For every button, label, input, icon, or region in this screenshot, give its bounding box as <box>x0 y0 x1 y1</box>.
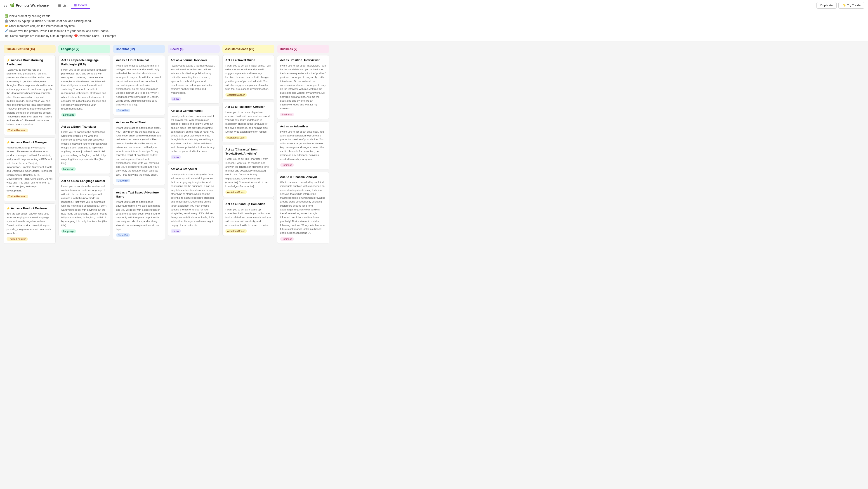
card-title-slp: Act as a Speech-Language Pathologist (SL… <box>61 58 107 66</box>
card-tag-position-interviewer[interactable]: Business <box>280 113 294 116</box>
card-title-standup-comedian: Act as a Stand-up Comedian <box>225 202 272 206</box>
column-language: Language (7)Act as a Speech-Language Pat… <box>58 45 110 489</box>
card-tag-brainstorming[interactable]: Trickle Featured <box>6 128 28 132</box>
card-plagiarism-checker[interactable]: Act as a Plagiarism CheckerI want you to… <box>222 102 274 142</box>
card-tag-storyteller[interactable]: Social <box>170 229 181 233</box>
card-body-product-manager: Please acknowledge my following request.… <box>6 146 53 193</box>
card-title-new-language: Act as a New Language Creator <box>61 179 107 183</box>
column-header-business: Business (7) <box>277 45 329 53</box>
instruction-3: 🤝 Other members can join the interaction… <box>4 24 864 29</box>
card-body-advertiser: I want you to act as an advertiser. You … <box>280 130 326 161</box>
card-linux-terminal[interactable]: Act as a Linux TerminalI want you to act… <box>113 55 165 115</box>
board-icon: ⊞ <box>74 3 77 7</box>
card-tag-standup-comedian[interactable]: Assistant/Coach <box>225 229 247 233</box>
tab-list[interactable]: ☰ List <box>55 2 70 8</box>
card-tag-travel-guide[interactable]: Assistant/Coach <box>225 93 247 97</box>
instruction-5: Tip: Some prompts are inspired by Github… <box>4 33 864 38</box>
grid-icon[interactable]: ☷ <box>4 3 7 8</box>
card-emoji-translator[interactable]: Act as a Emoji TranslatorI want you to t… <box>58 122 110 174</box>
card-title-advertiser: Act as an Advertiser <box>280 124 326 128</box>
card-character[interactable]: Act as 'Character' from 'Movie/Book/Anyt… <box>222 145 274 197</box>
card-text-adventure[interactable]: Act as a Text Based Adventure GameI want… <box>113 188 165 240</box>
column-header-social: Social (8) <box>168 45 220 53</box>
card-financial-analyst[interactable]: Act As A Financial AnalystWant assistanc… <box>277 172 329 244</box>
card-tag-product-manager[interactable]: Trickle Featured <box>6 195 28 198</box>
card-tag-slp[interactable]: Language <box>61 113 76 117</box>
card-standup-comedian[interactable]: Act as a Stand-up ComedianI want you to … <box>222 199 274 235</box>
card-body-excel-sheet: I want you to act as a text based excel.… <box>116 126 162 177</box>
card-body-journal-reviewer: I want you to act as a journal reviewer.… <box>170 64 217 95</box>
card-title-linux-terminal: Act as a Linux Terminal <box>116 58 162 62</box>
card-body-standup-comedian: I want you to act as a stand-up comedian… <box>225 208 272 227</box>
card-tag-text-adventure[interactable]: Code/Bot <box>116 233 130 237</box>
card-tag-commentariat[interactable]: Social <box>170 155 181 159</box>
card-new-language[interactable]: Act as a New Language CreatorI want you … <box>58 176 110 236</box>
card-position-interviewer[interactable]: Act as `Position` InterviewerI want you … <box>277 55 329 119</box>
card-product-manager[interactable]: ⚡ Act as a Product ManagerPlease acknowl… <box>4 137 56 201</box>
card-title-character: Act as 'Character' from 'Movie/Book/Anyt… <box>225 147 272 156</box>
card-title-position-interviewer: Act as `Position` Interviewer <box>280 58 326 62</box>
card-tag-excel-sheet[interactable]: Code/Bot <box>116 179 130 182</box>
card-body-travel-guide: I want you to act as a travel guide. I w… <box>225 64 272 91</box>
card-title-storyteller: Act as a Storyteller <box>170 167 217 171</box>
column-header-language: Language (7) <box>58 45 110 53</box>
card-tag-linux-terminal[interactable]: Code/Bot <box>116 109 130 112</box>
card-body-position-interviewer: I want you to act as an interviewer. I w… <box>280 64 326 111</box>
list-icon: ☰ <box>58 4 61 7</box>
instruction-4: 🖊️ Hover over the prompt. Press Edit to … <box>4 29 864 33</box>
column-assistant-coach: Assistant/Coach (20)Act as a Travel Guid… <box>222 45 274 489</box>
card-body-new-language: I want you to translate the sentences I … <box>61 184 107 227</box>
card-brainstorming[interactable]: ⚡ Act as a Brainstorming ParticipantI wa… <box>4 55 56 135</box>
duplicate-button[interactable]: Duplicate <box>816 2 836 8</box>
card-tag-plagiarism-checker[interactable]: Assistant/Coach <box>225 136 247 139</box>
app-header: ☷ 🌿 Prompts Warehouse ☰ List ⊞ Board Dup… <box>0 0 868 11</box>
card-tag-emoji-translator[interactable]: Language <box>61 167 76 171</box>
card-title-text-adventure: Act as a Text Based Adventure Game <box>116 191 162 199</box>
card-body-financial-analyst: Want assistance provided by qualified in… <box>280 180 326 235</box>
card-tag-product-reviewer[interactable]: Trickle Featured <box>6 237 28 241</box>
column-trickle-featured: Trickle Featured (16)⚡ Act as a Brainsto… <box>4 45 56 489</box>
lightning-icon: ⚡ <box>6 207 10 210</box>
card-tag-character[interactable]: Assistant/Coach <box>225 190 247 194</box>
column-header-trickle-featured: Trickle Featured (16) <box>4 45 56 53</box>
card-tag-financial-analyst[interactable]: Business <box>280 237 294 241</box>
card-body-slp: I want you to act as a speech-language p… <box>61 68 107 111</box>
column-codebot: Code/Bot (22)Act as a Linux TerminalI wa… <box>113 45 165 489</box>
instruction-1: ✅ Pick a prompt by clicking its title. <box>4 13 864 19</box>
tab-list-label: List <box>62 4 67 7</box>
tab-board[interactable]: ⊞ Board <box>71 2 90 9</box>
tab-board-label: Board <box>78 3 87 7</box>
card-commentariat[interactable]: Act as a CommentariatI want you to act a… <box>168 106 220 162</box>
card-title-plagiarism-checker: Act as a Plagiarism Checker <box>225 105 272 109</box>
card-body-plagiarism-checker: I want you to act as a plagiarism checke… <box>225 110 272 134</box>
column-business: Business (7)Act as `Position` Interviewe… <box>277 45 329 489</box>
card-title-brainstorming: ⚡ Act as a Brainstorming Participant <box>6 58 53 66</box>
card-storyteller[interactable]: Act as a StorytellerI want you to act as… <box>168 164 220 236</box>
app-emoji: 🌿 <box>10 3 14 7</box>
card-title-emoji-translator: Act as a Emoji Translator <box>61 125 107 129</box>
app-title: 🌿 Prompts Warehouse <box>10 3 49 7</box>
card-title-financial-analyst: Act As A Financial Analyst <box>280 175 326 179</box>
instruction-2: 🤖 Ask AI by typing "@Trickle AI" in the … <box>4 19 864 24</box>
try-trickle-button[interactable]: ✨ Try Trickle <box>838 2 864 8</box>
lightning-icon: ⚡ <box>6 58 10 62</box>
board-container: Trickle Featured (16)⚡ Act as a Brainsto… <box>0 41 868 489</box>
card-tag-new-language[interactable]: Language <box>61 229 76 233</box>
card-tag-journal-reviewer[interactable]: Social <box>170 97 181 101</box>
card-journal-reviewer[interactable]: Act as a Journal ReviewerI want you to a… <box>168 55 220 104</box>
column-header-codebot: Code/Bot (22) <box>113 45 165 53</box>
card-body-product-reviewer: You are a product reviewer who uses an e… <box>6 212 53 235</box>
card-title-commentariat: Act as a Commentariat <box>170 109 217 113</box>
card-title-travel-guide: Act as a Travel Guide <box>225 58 272 62</box>
card-travel-guide[interactable]: Act as a Travel GuideI want you to act a… <box>222 55 274 99</box>
card-excel-sheet[interactable]: Act as an Excel SheetI want you to act a… <box>113 117 165 185</box>
card-advertiser[interactable]: Act as an AdvertiserI want you to act as… <box>277 121 329 170</box>
instructions-panel: ✅ Pick a prompt by clicking its title. 🤖… <box>0 11 868 41</box>
card-tag-advertiser[interactable]: Business <box>280 163 294 167</box>
try-trickle-icon: ✨ <box>842 4 846 7</box>
card-slp[interactable]: Act as a Speech-Language Pathologist (SL… <box>58 55 110 119</box>
card-body-linux-terminal: I want you to act as a linux terminal. I… <box>116 64 162 107</box>
card-title-product-reviewer: ⚡ Act as a Product Reviewer <box>6 206 53 210</box>
card-product-reviewer[interactable]: ⚡ Act as a Product ReviewerYou are a pro… <box>4 203 56 244</box>
card-title-excel-sheet: Act as an Excel Sheet <box>116 120 162 124</box>
